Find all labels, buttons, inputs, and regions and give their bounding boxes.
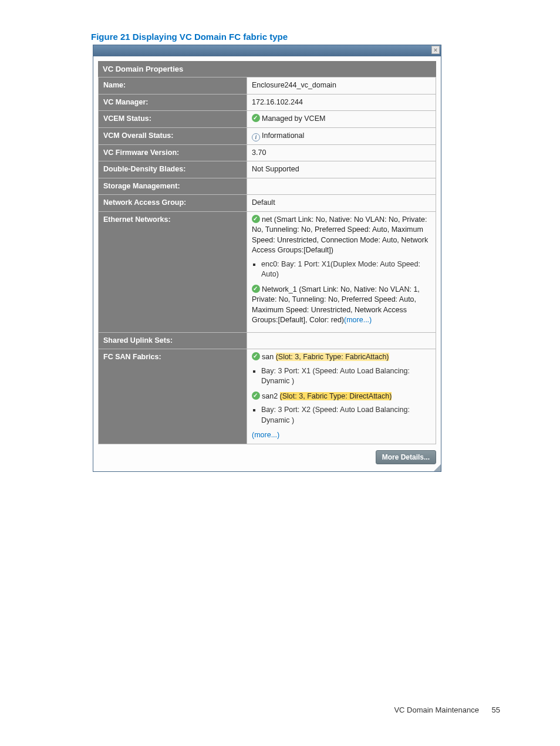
table-row: VC Manager: 172.16.102.244: [99, 94, 436, 111]
fc-san-port: Bay: 3 Port: X1 (Speed: Auto Load Balanc…: [261, 366, 431, 387]
page-number: 55: [492, 706, 500, 714]
value-shared-uplink: [247, 332, 436, 349]
label-vcm-overall: VCM Overall Status:: [99, 127, 247, 144]
more-link[interactable]: (more...): [252, 430, 431, 441]
table-row: Shared Uplink Sets:: [99, 332, 436, 349]
figure-caption: Figure 21 Displaying VC Domain FC fabric…: [91, 32, 288, 42]
value-nag: Default: [247, 195, 436, 212]
label-nag: Network Access Group:: [99, 195, 247, 212]
table-row: Network Access Group: Default: [99, 195, 436, 212]
label-eth-networks: Ethernet Networks:: [99, 211, 247, 332]
table-row: Ethernet Networks: net (Smart Link: No, …: [99, 211, 436, 332]
value-name: Enclosure244_vc_domain: [247, 77, 436, 94]
value-vcm-overall: Informational: [247, 127, 436, 144]
label-vc-manager: VC Manager:: [99, 94, 247, 111]
check-ok-icon: [252, 215, 260, 223]
resize-grip-icon[interactable]: [434, 464, 441, 471]
value-vc-manager: 172.16.102.244: [247, 94, 436, 111]
value-storage-mgmt: [247, 178, 436, 195]
value-eth-networks: net (Smart Link: No, Native: No VLAN: No…: [247, 211, 436, 332]
vc-domain-properties-dialog: × VC Domain Properties Name: Enclosure24…: [93, 45, 441, 472]
table-row: VCEM Status: Managed by VCEM: [99, 111, 436, 128]
label-fc-san: FC SAN Fabrics:: [99, 349, 247, 444]
value-vcem-status: Managed by VCEM: [247, 111, 436, 128]
label-fw-version: VC Firmware Version:: [99, 144, 247, 161]
more-link[interactable]: (more...): [344, 316, 372, 324]
check-ok-icon: [252, 352, 260, 360]
eth-network-net-port: enc0: Bay: 1 Port: X1(Duplex Mode: Auto …: [261, 259, 431, 280]
fc-san2-name: san2: [262, 392, 278, 400]
footer-section: VC Domain Maintenance: [394, 706, 479, 714]
page-footer: VC Domain Maintenance 55: [394, 706, 500, 714]
table-row: FC SAN Fabrics: san (Slot: 3, Fabric Typ…: [99, 349, 436, 444]
label-storage-mgmt: Storage Management:: [99, 178, 247, 195]
fc-san-highlight: (Slot: 3, Fabric Type: FabricAttach): [276, 353, 389, 361]
fc-san-name: san: [262, 353, 274, 361]
fc-san2-highlight: (Slot: 3, Fabric Type: DirectAttach): [280, 392, 392, 400]
section-title: VC Domain Properties: [98, 61, 436, 77]
value-fc-san: san (Slot: 3, Fabric Type: FabricAttach)…: [247, 349, 436, 444]
table-row: Double-Density Blades: Not Supported: [99, 161, 436, 178]
eth-network-network1: Network_1 (Smart Link: No, Native: No VL…: [252, 285, 420, 325]
check-ok-icon: [252, 391, 260, 400]
info-icon: [252, 133, 260, 141]
table-row: Name: Enclosure244_vc_domain: [99, 77, 436, 94]
check-ok-icon: [252, 114, 260, 122]
table-row: VC Firmware Version: 3.70: [99, 144, 436, 161]
label-name: Name:: [99, 77, 247, 94]
table-row: Storage Management:: [99, 178, 436, 195]
value-fw-version: 3.70: [247, 144, 436, 161]
properties-table: Name: Enclosure244_vc_domain VC Manager:…: [98, 77, 436, 444]
more-details-button[interactable]: More Details...: [376, 450, 436, 464]
dialog-title-bar: ×: [93, 45, 441, 56]
eth-network-net: net (Smart Link: No, Native: No VLAN: No…: [252, 215, 428, 255]
check-ok-icon: [252, 285, 260, 293]
value-dd-blades: Not Supported: [247, 161, 436, 178]
fc-san2-port: Bay: 3 Port: X2 (Speed: Auto Load Balanc…: [261, 405, 431, 426]
table-row: VCM Overall Status: Informational: [99, 127, 436, 144]
label-dd-blades: Double-Density Blades:: [99, 161, 247, 178]
label-vcem-status: VCEM Status:: [99, 111, 247, 128]
label-shared-uplink: Shared Uplink Sets:: [99, 332, 247, 349]
close-icon[interactable]: ×: [431, 46, 440, 54]
